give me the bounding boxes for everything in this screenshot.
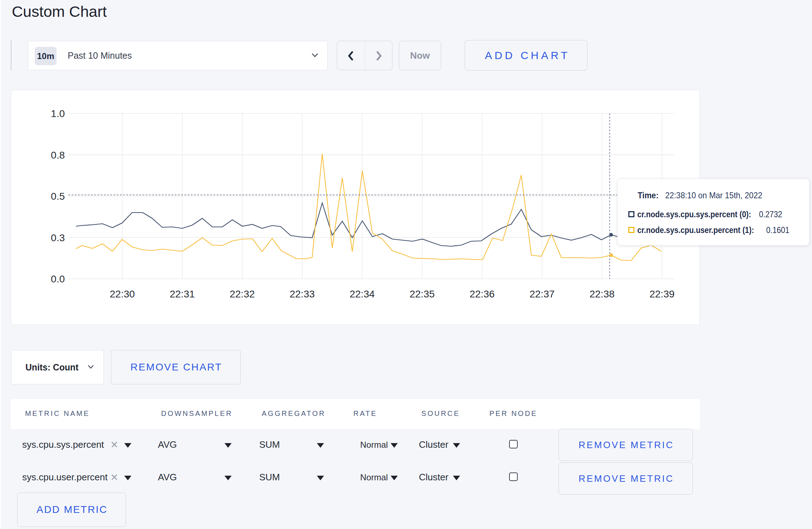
svg-text:22:36: 22:36: [469, 288, 494, 300]
svg-text:22:30: 22:30: [110, 288, 135, 300]
svg-text:0.8: 0.8: [51, 150, 65, 161]
svg-text:0.3: 0.3: [51, 232, 65, 243]
svg-text:22:34: 22:34: [349, 288, 374, 300]
svg-text:22:32: 22:32: [229, 288, 255, 300]
svg-text:22:33: 22:33: [290, 288, 315, 300]
svg-text:0.5: 0.5: [51, 191, 65, 202]
svg-text:22:39: 22:39: [649, 288, 675, 300]
svg-text:0.0: 0.0: [51, 273, 65, 285]
svg-text:22:31: 22:31: [170, 288, 195, 300]
svg-text:22:37: 22:37: [530, 288, 555, 300]
svg-text:22:38: 22:38: [589, 288, 614, 300]
svg-text:22:35: 22:35: [410, 288, 435, 300]
svg-text:1.0: 1.0: [51, 108, 65, 119]
